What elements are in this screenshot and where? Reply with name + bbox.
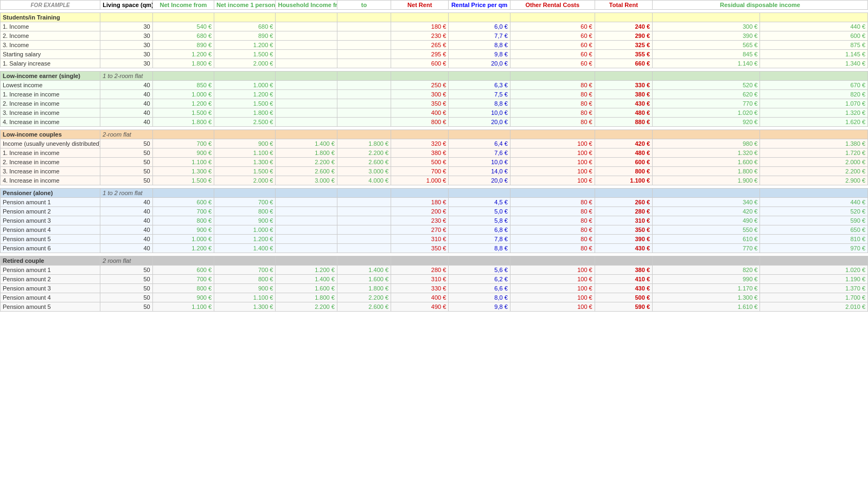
- row-residual-1: 1.140 €: [653, 59, 760, 68]
- table-row: 4. Increase in income401.800 €2.500 €800…: [1, 118, 868, 127]
- row-living: 30: [100, 31, 152, 41]
- row-total-rent: 880 €: [595, 118, 652, 127]
- row-ni-to: 680 €: [214, 22, 276, 31]
- row-residual-1: 770 €: [653, 244, 760, 253]
- row-other: 80 €: [510, 244, 595, 253]
- row-rental-price: 20,0 €: [449, 176, 510, 185]
- row-residual-1: 980 €: [653, 139, 760, 148]
- row-rental-price: 5,8 €: [449, 216, 510, 225]
- row-label: Pension amount 3: [1, 284, 100, 293]
- table-row: Pension amount 440900 €1.000 €270 €6,8 €…: [1, 225, 868, 235]
- row-living: 40: [100, 90, 152, 99]
- row-total-rent: 590 €: [595, 302, 652, 312]
- row-rental-price: 5,6 €: [449, 266, 510, 275]
- row-living: 40: [100, 108, 152, 118]
- row-ni-to: 1.400 €: [214, 244, 276, 253]
- row-other: 60 €: [510, 50, 595, 59]
- row-total-rent: 600 €: [595, 158, 652, 167]
- row-rental-price: 14,0 €: [449, 167, 510, 176]
- row-hi-to: 3.000 €: [337, 167, 391, 176]
- row-ni-to: 1.200 €: [214, 235, 276, 244]
- row-ni-from: 900 €: [152, 225, 214, 235]
- row-ni-from: 1.200 €: [152, 50, 214, 59]
- row-hi-from: 1.200 €: [276, 266, 337, 275]
- row-ni-from: 900 €: [152, 148, 214, 158]
- row-residual-2: 2.000 €: [760, 158, 868, 167]
- row-hi-from: 1.800 €: [276, 148, 337, 158]
- header-ni-from: Net Income from: [152, 1, 214, 10]
- row-other: 100 €: [510, 293, 595, 302]
- table-row: Income (usually unevenly distributed)507…: [1, 139, 868, 148]
- row-residual-1: 520 €: [653, 81, 760, 90]
- table-row: Pension amount 6401.200 €1.400 €350 €8,8…: [1, 244, 868, 253]
- row-label: Pension amount 1: [1, 266, 100, 275]
- row-rental-price: 20,0 €: [449, 118, 510, 127]
- row-other: 80 €: [510, 99, 595, 108]
- table-row: 2. Income30680 €890 €230 €7,7 €60 €290 €…: [1, 31, 868, 41]
- row-hi-to: [337, 50, 391, 59]
- row-total-rent: 325 €: [595, 41, 652, 50]
- row-ni-to: 1.100 €: [214, 148, 276, 158]
- row-residual-1: 390 €: [653, 31, 760, 41]
- row-residual-2: 810 €: [760, 235, 868, 244]
- row-ni-to: 1.000 €: [214, 81, 276, 90]
- row-hi-to: [337, 41, 391, 50]
- row-living: 30: [100, 50, 152, 59]
- row-rental-price: 8,8 €: [449, 41, 510, 50]
- row-rental-price: 7,8 €: [449, 235, 510, 244]
- row-hi-from: [276, 244, 337, 253]
- row-ni-to: 1.200 €: [214, 90, 276, 99]
- row-hi-from: [276, 90, 337, 99]
- section-header-low-single: Low-income earner (single)1 to 2-room fl…: [1, 72, 868, 81]
- row-residual-2: 1.020 €: [760, 266, 868, 275]
- row-net-rent: 230 €: [391, 31, 449, 41]
- row-rental-price: 6,4 €: [449, 139, 510, 148]
- row-other: 60 €: [510, 22, 595, 31]
- row-ni-from: 1.100 €: [152, 158, 214, 167]
- row-living: 40: [100, 198, 152, 207]
- row-hi-to: [337, 207, 391, 216]
- row-hi-from: 1.600 €: [276, 284, 337, 293]
- row-living: 40: [100, 118, 152, 127]
- row-living: 30: [100, 22, 152, 31]
- row-rental-price: 8,8 €: [449, 99, 510, 108]
- section-title-pensioner: Pensioner (alone): [1, 189, 100, 198]
- row-ni-from: 850 €: [152, 81, 214, 90]
- row-ni-from: 700 €: [152, 139, 214, 148]
- row-living: 50: [100, 148, 152, 158]
- row-rental-price: 8,8 €: [449, 244, 510, 253]
- row-ni-from: 800 €: [152, 216, 214, 225]
- row-other: 80 €: [510, 90, 595, 99]
- row-ni-to: 890 €: [214, 31, 276, 41]
- row-living: 40: [100, 235, 152, 244]
- row-rental-price: 10,0 €: [449, 158, 510, 167]
- row-other: 80 €: [510, 207, 595, 216]
- row-ni-to: 2.000 €: [214, 176, 276, 185]
- row-hi-from: 2.200 €: [276, 302, 337, 312]
- section-subtitle-low-couples: 2-room flat: [100, 130, 152, 139]
- row-living: 40: [100, 207, 152, 216]
- row-other: 80 €: [510, 118, 595, 127]
- row-label: 2. Increase in income: [1, 99, 100, 108]
- row-ni-to: 1.000 €: [214, 225, 276, 235]
- row-rental-price: 5,0 €: [449, 207, 510, 216]
- row-ni-to: 1.300 €: [214, 158, 276, 167]
- row-label: 2. Increase in income: [1, 158, 100, 167]
- section-subtitle-pensioner: 1 to 2 room flat: [100, 189, 152, 198]
- row-ni-to: 800 €: [214, 275, 276, 284]
- row-living: 50: [100, 302, 152, 312]
- row-ni-to: 1.800 €: [214, 108, 276, 118]
- row-net-rent: 490 €: [391, 302, 449, 312]
- table-row: 3. Increase in income401.500 €1.800 €400…: [1, 108, 868, 118]
- row-living: 40: [100, 244, 152, 253]
- row-hi-to: 2.200 €: [337, 148, 391, 158]
- row-other: 80 €: [510, 81, 595, 90]
- header-other-rental: Other Rental Costs: [510, 1, 595, 10]
- row-residual-2: 2.200 €: [760, 167, 868, 176]
- row-ni-to: 800 €: [214, 207, 276, 216]
- row-net-rent: 600 €: [391, 59, 449, 68]
- row-label: Pension amount 4: [1, 293, 100, 302]
- row-hi-to: [337, 31, 391, 41]
- row-rental-price: 6,6 €: [449, 284, 510, 293]
- row-residual-1: 610 €: [653, 235, 760, 244]
